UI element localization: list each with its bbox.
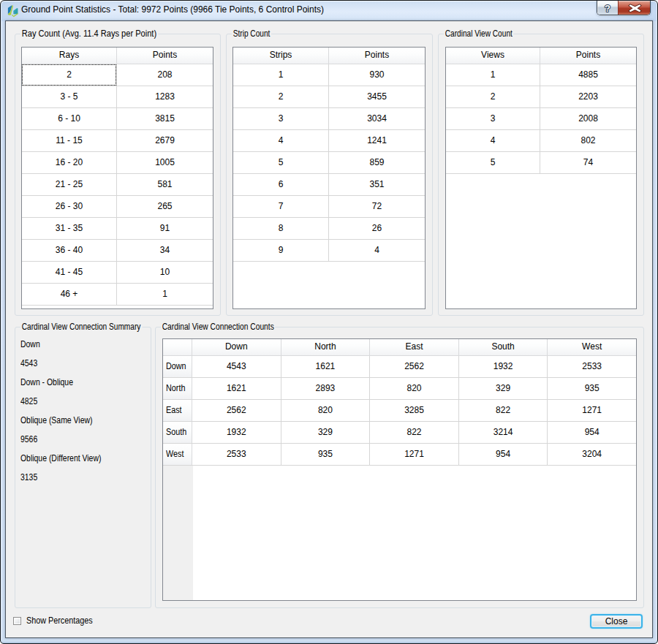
svg-text:?: ? bbox=[605, 3, 610, 14]
